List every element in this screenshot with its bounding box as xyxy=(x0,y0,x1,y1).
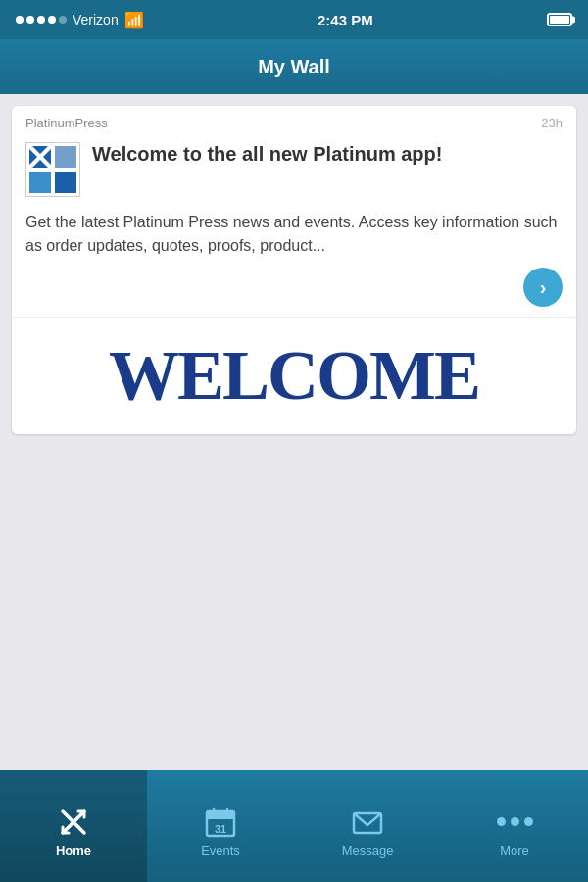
welcome-banner: WELCOME xyxy=(12,317,576,434)
svg-rect-4 xyxy=(55,172,76,193)
signal-dot-4 xyxy=(48,16,56,24)
signal-dot-1 xyxy=(16,16,24,24)
tab-home[interactable]: Home xyxy=(0,770,147,882)
signal-dot-5 xyxy=(59,16,67,24)
carrier-label: Verizon xyxy=(73,12,119,27)
signal-dot-3 xyxy=(37,16,45,24)
welcome-text: WELCOME xyxy=(109,335,479,416)
battery-fill xyxy=(550,16,569,24)
tab-more-label: More xyxy=(500,843,529,858)
dot-2 xyxy=(511,817,519,826)
content-area: PlatinumPress 23h Welcome to the xyxy=(0,94,588,770)
signal-strength xyxy=(16,16,67,24)
tab-events-label: Events xyxy=(201,843,240,858)
more-icon xyxy=(497,806,533,839)
svg-rect-10 xyxy=(207,811,234,819)
post-header: PlatinumPress 23h xyxy=(12,106,576,136)
post-title-row: Welcome to the all new Platinum app! xyxy=(12,136,576,207)
dot-1 xyxy=(497,817,506,826)
dot-3 xyxy=(524,817,533,826)
status-left: Verizon 📶 xyxy=(16,11,144,29)
tab-events[interactable]: 31 Events xyxy=(147,770,294,882)
post-card: PlatinumPress 23h Welcome to the xyxy=(12,106,576,434)
home-icon xyxy=(57,806,90,839)
post-title: Welcome to the all new Platinum app! xyxy=(92,142,442,167)
post-publisher: PlatinumPress xyxy=(25,116,108,130)
events-icon: 31 xyxy=(204,806,237,839)
wifi-icon: 📶 xyxy=(124,11,144,29)
post-body: Get the latest Platinum Press news and e… xyxy=(12,207,576,268)
post-time: 23h xyxy=(541,116,563,130)
tab-more[interactable]: More xyxy=(441,770,588,882)
tab-home-label: Home xyxy=(56,843,91,858)
svg-rect-2 xyxy=(55,146,76,168)
platinum-press-logo xyxy=(27,144,78,195)
read-more-button[interactable]: › xyxy=(523,268,563,307)
post-logo xyxy=(25,142,80,197)
tab-bar: Home 31 Events Message xyxy=(0,770,588,882)
svg-text:31: 31 xyxy=(215,823,226,835)
tab-message[interactable]: Message xyxy=(294,770,441,882)
battery-icon xyxy=(547,13,572,26)
navigation-bar: My Wall xyxy=(0,39,588,94)
message-icon xyxy=(351,806,384,839)
svg-rect-3 xyxy=(29,172,51,193)
post-action-row: › xyxy=(12,268,576,317)
status-bar: Verizon 📶 2:43 PM xyxy=(0,0,588,39)
status-time: 2:43 PM xyxy=(318,12,373,28)
signal-dot-2 xyxy=(26,16,34,24)
tab-message-label: Message xyxy=(342,843,394,858)
page-title: My Wall xyxy=(258,56,330,78)
battery-indicator xyxy=(547,13,572,26)
